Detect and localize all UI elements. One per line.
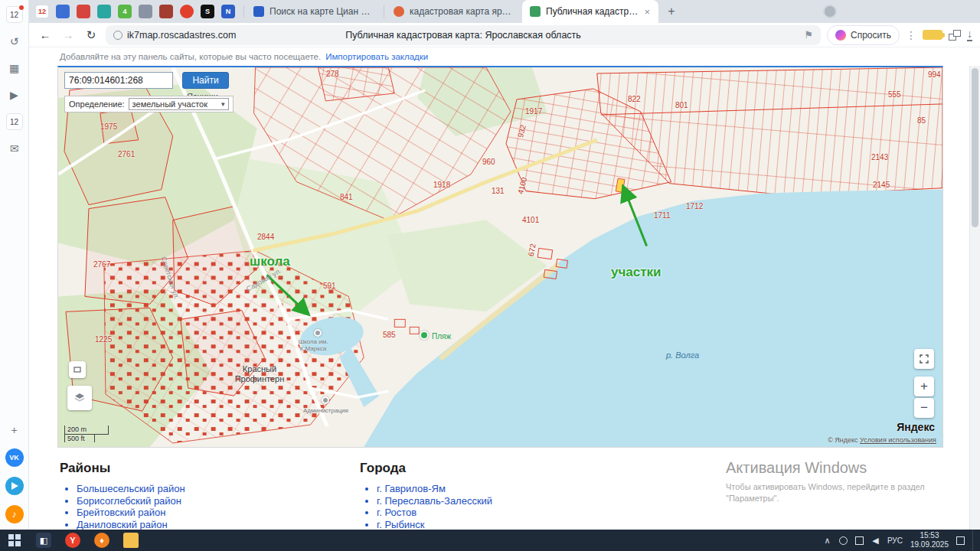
expand-icon bbox=[920, 354, 929, 364]
pinned-tab-icon[interactable] bbox=[97, 5, 111, 18]
scrollbar[interactable] bbox=[969, 66, 980, 530]
city-link[interactable]: г. Гаврилов-Ям bbox=[377, 483, 446, 494]
copyright-text: © Яндекс bbox=[828, 436, 858, 444]
tray-chevron-up-icon[interactable]: ∧ bbox=[823, 536, 831, 545]
extension-badge-icon[interactable]: 12 bbox=[6, 6, 23, 23]
add-panel-icon[interactable]: + bbox=[6, 422, 23, 439]
parcel-number-label: 1712 bbox=[686, 202, 703, 210]
district-link[interactable]: Большесельский район bbox=[77, 483, 185, 494]
parcel-number-label: 2143 bbox=[871, 153, 888, 161]
tab-cian-search[interactable]: Поиск на карте Циан в М… bbox=[246, 0, 382, 23]
ask-alice-button[interactable]: Спросить bbox=[827, 25, 900, 45]
list-item: Брейтовский район bbox=[77, 507, 335, 519]
administration-label: Администрация bbox=[303, 407, 345, 414]
tab-cadastre-search[interactable]: кадастровая карта яросл… bbox=[386, 0, 522, 23]
administration-poi-icon[interactable] bbox=[322, 396, 329, 404]
tab-bar: 12 4 S N Поиск на карте Циан в М… кадаст… bbox=[29, 0, 980, 23]
parcel-number-label: 2761 bbox=[118, 150, 135, 158]
address-bar[interactable]: ik7map.roscadastres.com Публичная кадаст… bbox=[106, 25, 821, 45]
cadastre-search-input[interactable] bbox=[64, 72, 173, 89]
downloads-icon[interactable]: ↓ bbox=[967, 29, 972, 41]
parcel-number-label: 85 bbox=[917, 116, 926, 125]
bookmark-flag-icon[interactable]: ⚑ bbox=[804, 29, 813, 41]
measure-button[interactable] bbox=[69, 361, 86, 378]
pinned-tab-icon[interactable]: S bbox=[201, 5, 214, 18]
tabs-stack-icon[interactable] bbox=[949, 30, 961, 41]
tray-status-icon[interactable] bbox=[855, 536, 864, 545]
pinned-tab-icon[interactable] bbox=[159, 5, 173, 18]
time: 15:53 bbox=[920, 531, 939, 540]
start-button[interactable] bbox=[0, 530, 29, 551]
notification-center-icon[interactable] bbox=[956, 536, 965, 545]
import-bookmarks-link[interactable]: Импортировать закладки bbox=[325, 52, 428, 61]
chevron-down-icon: ▾ bbox=[221, 100, 225, 108]
parcel-number-label: 1918 bbox=[433, 181, 450, 189]
parcel-number-label: 4101 bbox=[522, 216, 539, 224]
pinned-tab-icon[interactable] bbox=[139, 5, 152, 18]
layers-button[interactable] bbox=[67, 386, 92, 410]
reload-button[interactable]: ↻ bbox=[83, 27, 100, 44]
city-link[interactable]: г. Рыбинск bbox=[377, 519, 424, 530]
city-link[interactable]: г. Переславль-Залесский bbox=[377, 495, 492, 507]
battery-icon[interactable] bbox=[923, 30, 942, 40]
taskbar-app-yandex-browser[interactable]: Y bbox=[58, 530, 87, 551]
calendar-icon[interactable]: 12 bbox=[6, 113, 23, 130]
scrollbar-thumb[interactable] bbox=[972, 68, 978, 227]
zoom-in-button[interactable]: + bbox=[914, 377, 934, 396]
forward-button[interactable]: → bbox=[60, 27, 77, 44]
language-indicator[interactable]: РУС bbox=[887, 536, 903, 545]
find-button[interactable]: Найти bbox=[182, 72, 228, 89]
services-grid-icon[interactable]: ▦ bbox=[6, 60, 23, 77]
map-canvas[interactable] bbox=[58, 67, 942, 447]
beach-poi-icon[interactable] bbox=[420, 331, 429, 340]
back-button[interactable]: ← bbox=[37, 27, 54, 44]
menu-kebab-icon[interactable]: ⋮ bbox=[906, 29, 916, 41]
vk-icon[interactable]: VK bbox=[5, 448, 24, 467]
tab-public-cadastre-map[interactable]: Публичная кадастрова… × bbox=[522, 0, 658, 23]
list-item: г. Ростов bbox=[377, 507, 635, 519]
music-icon[interactable]: ♪ bbox=[5, 505, 24, 523]
pinned-tab-icon[interactable]: 4 bbox=[118, 5, 132, 18]
tray-volume-icon[interactable]: ◀ bbox=[871, 536, 880, 545]
tab-close-icon[interactable]: × bbox=[643, 6, 651, 18]
school-poi-icon[interactable] bbox=[314, 329, 322, 337]
history-icon[interactable]: ↺ bbox=[6, 33, 23, 50]
definition-select[interactable]: земельный участок ▾ bbox=[129, 98, 229, 110]
zoom-out-button[interactable]: − bbox=[914, 398, 934, 418]
site-info[interactable]: ik7map.roscadastres.com bbox=[113, 30, 236, 41]
city-link[interactable]: г. Ростов bbox=[377, 507, 416, 518]
pinned-tab-icon[interactable] bbox=[180, 5, 194, 18]
tab-favicon bbox=[530, 6, 541, 17]
hint-text: Добавляйте на эту панель сайты, которые … bbox=[60, 52, 321, 61]
terms-link[interactable]: Условия использования bbox=[860, 436, 936, 444]
parcel-number-label: 2844 bbox=[257, 233, 274, 241]
taskbar-app-mail[interactable]: ◧ bbox=[29, 530, 58, 551]
definition-row: Определение: земельный участок ▾ bbox=[64, 96, 234, 112]
page-content: 1975 2761 2767 1225 2844 841 591 585 191… bbox=[29, 66, 980, 530]
yandex-logo[interactable]: Яндекс bbox=[897, 421, 935, 433]
district-link[interactable]: Борисоглебский район bbox=[77, 495, 181, 507]
layers-icon bbox=[74, 392, 86, 404]
pinned-tab-icon[interactable] bbox=[77, 5, 90, 18]
district-link[interactable]: Брейтовский район bbox=[77, 507, 166, 518]
district-link[interactable]: Даниловский район bbox=[77, 519, 168, 530]
pinned-tab-icon[interactable] bbox=[56, 5, 70, 18]
pinned-tab-icon[interactable]: N bbox=[221, 5, 235, 18]
play-icon[interactable]: ▶ bbox=[6, 86, 23, 103]
taskbar-clock[interactable]: 15:53 19.09.2025 bbox=[910, 531, 949, 549]
cadastral-map[interactable]: 1975 2761 2767 1225 2844 841 591 585 191… bbox=[57, 66, 943, 448]
fullscreen-button[interactable] bbox=[914, 349, 934, 369]
pinned-tab-icon[interactable]: 12 bbox=[35, 5, 49, 18]
avatar[interactable] bbox=[823, 5, 837, 18]
tray-status-icon[interactable] bbox=[839, 536, 848, 545]
taskbar-app-orange[interactable]: ♦ bbox=[87, 530, 116, 551]
chat-icon[interactable]: ✉ bbox=[6, 140, 23, 157]
tab-favicon bbox=[394, 6, 404, 17]
taskbar-app-explorer[interactable] bbox=[116, 530, 145, 551]
parcel-number-label: 1917 bbox=[525, 107, 542, 116]
new-tab-button[interactable]: + bbox=[663, 3, 680, 20]
river-label: р. Волга bbox=[666, 350, 699, 360]
telegram-icon[interactable] bbox=[5, 477, 24, 495]
show-desktop-button[interactable] bbox=[972, 530, 975, 551]
map-attribution: © Яндекс Условия использования bbox=[828, 436, 936, 444]
